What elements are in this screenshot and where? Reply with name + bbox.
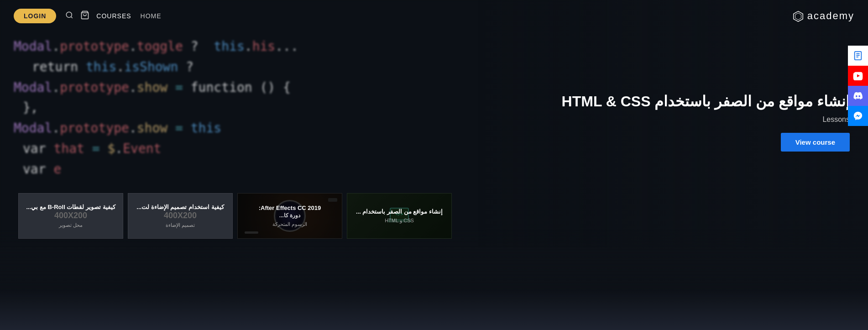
discord-widget[interactable] [848, 86, 868, 106]
hero-background: Modal.prototype.toggle ? this.his... ret… [0, 0, 868, 330]
card-3-sub: الرسوم المتحركة [259, 221, 321, 227]
card-2-placeholder: 400X200 [164, 211, 197, 220]
navbar: LOGIN COURSES HOME academy [0, 0, 868, 32]
card-1-title: كيفية تصوير لقطات B-Roll مع بي... [26, 204, 115, 211]
course-card-4[interactable]: </> إنشاء مواقع من الصفر باستخدام ... CS… [347, 193, 452, 239]
logo-text: academy [807, 10, 854, 22]
card-3-title: After Effects CC 2019: [259, 204, 321, 212]
cart-icon[interactable] [80, 10, 89, 22]
card-1-sub: محل تصوير [59, 222, 83, 228]
card-4-content: إنشاء مواقع من الصفر باستخدام ... CSS و … [356, 208, 443, 224]
logo-icon [792, 10, 805, 22]
search-icon[interactable] [65, 11, 73, 21]
course-cards-row: كيفية تصوير لقطات B-Roll مع بي... 400X20… [0, 193, 868, 239]
logo: academy [792, 10, 854, 22]
docs-widget[interactable] [848, 46, 868, 66]
card-3-content: After Effects CC 2019: دورة كا... الرسوم… [259, 204, 321, 227]
nav-link-courses[interactable]: COURSES [96, 12, 131, 20]
course-card-2[interactable]: كيفية استخدام تصميم الإضاءة لت... 400X20… [128, 193, 233, 239]
card-4-sub: CSS و HTML [356, 218, 443, 224]
svg-point-0 [67, 12, 72, 17]
hero-title: إنشاء مواقع من الصفر باستخدام HTML & CSS [562, 91, 850, 112]
hero-text: إنشاء مواقع من الصفر باستخدام HTML & CSS… [553, 82, 859, 161]
login-button[interactable]: LOGIN [14, 9, 56, 23]
course-card-1[interactable]: كيفية تصوير لقطات B-Roll مع بي... 400X20… [18, 193, 123, 239]
card-3-subtitle: دورة كا... [259, 212, 321, 220]
card-4-title: إنشاء مواقع من الصفر باستخدام ... [356, 208, 443, 216]
view-course-button[interactable]: View course [781, 133, 850, 152]
card-2-title: كيفية استخدام تصميم الإضاءة لت... [136, 204, 224, 211]
hero-section: Modal.prototype.toggle ? this.his... ret… [0, 0, 868, 330]
card-2-sub: تصميم الإضاءة [166, 222, 195, 228]
youtube-widget[interactable] [848, 66, 868, 86]
nav-links: COURSES HOME [96, 12, 161, 20]
hero-subtitle: Lessons [562, 115, 850, 124]
nav-link-home[interactable]: HOME [141, 12, 162, 20]
course-card-3[interactable]: After Effects CC 2019: دورة كا... الرسوم… [237, 193, 342, 239]
messenger-widget[interactable] [848, 106, 868, 126]
card-1-placeholder: 400X200 [54, 211, 87, 220]
svg-marker-3 [795, 13, 801, 20]
side-widgets [848, 46, 868, 126]
